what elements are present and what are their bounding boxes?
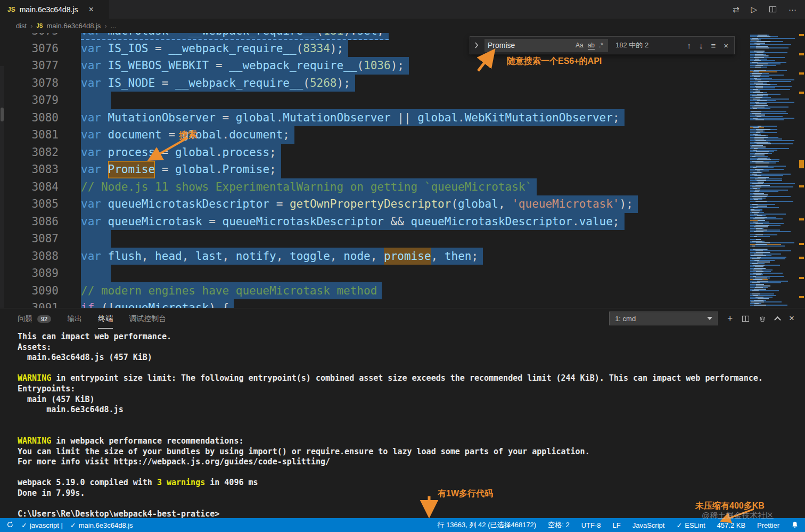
check-icon: ✓ bbox=[70, 521, 76, 529]
breadcrumb-more[interactable]: ... bbox=[110, 22, 116, 30]
code-line[interactable]: 3078var IS_NODE = __webpack_require__(52… bbox=[0, 75, 745, 92]
run-icon[interactable]: ▷ bbox=[751, 5, 757, 14]
tab-close-icon[interactable]: × bbox=[88, 5, 93, 14]
search-match-marker bbox=[799, 277, 804, 279]
maximize-panel-icon[interactable] bbox=[775, 315, 780, 322]
code-line[interactable]: 3090// modern engines have queueMicrotas… bbox=[0, 282, 745, 300]
check-icon: ✓ bbox=[676, 521, 682, 529]
code-line[interactable]: 3086var queueMicrotask = queueMicrotaskD… bbox=[0, 213, 745, 231]
line-number: 3076 bbox=[0, 40, 59, 58]
tab-debug-console[interactable]: 调试控制台 bbox=[129, 308, 166, 329]
search-match: promise bbox=[384, 248, 431, 265]
line-number: 3090 bbox=[0, 282, 59, 300]
previous-match-icon[interactable]: ↑ bbox=[687, 41, 691, 50]
breadcrumb-separator: › bbox=[30, 22, 32, 30]
line-number: 3085 bbox=[0, 195, 59, 213]
encoding[interactable]: UTF-8 bbox=[581, 521, 601, 529]
terminal-line: WARNING in webpack performance recommend… bbox=[18, 436, 784, 447]
file-size[interactable]: 457.2 KB bbox=[717, 521, 746, 529]
tab-label: main.6e3c64d8.js bbox=[20, 5, 78, 14]
status-bar: ✓javascript |✓main.6e3c64d8.js 行 13663, … bbox=[0, 518, 805, 532]
language-mode[interactable]: JavaScript bbox=[632, 521, 665, 529]
vscode-window: JS main.6e3c64d8.js × ⇄ ▷ ··· dist › JS … bbox=[0, 0, 805, 532]
tab-main-js[interactable]: JS main.6e3c64d8.js × bbox=[0, 0, 109, 19]
code-line[interactable]: 3080var MutationObserver = global.Mutati… bbox=[0, 109, 745, 127]
terminal-line: This can impact web performance. bbox=[18, 332, 784, 342]
split-editor-icon[interactable] bbox=[769, 5, 777, 13]
terminal-picker[interactable]: 1: cmd bbox=[609, 312, 718, 325]
editor-left-gutter-strip bbox=[0, 66, 4, 308]
search-match-marker bbox=[799, 160, 804, 168]
status-bar-left: ✓javascript |✓main.6e3c64d8.js bbox=[6, 521, 133, 530]
gutter-scroll-handle[interactable] bbox=[1, 108, 4, 121]
breadcrumb-file[interactable]: main.6e3c64d8.js bbox=[46, 22, 101, 30]
whole-word-toggle[interactable]: ab bbox=[586, 41, 596, 50]
eslint-status[interactable]: ✓ESLint bbox=[676, 521, 705, 529]
code-line[interactable]: 3082var process = global.process; bbox=[0, 144, 745, 161]
editor-tab-bar: JS main.6e3c64d8.js × ⇄ ▷ ··· bbox=[0, 0, 805, 19]
next-match-icon[interactable]: ↓ bbox=[699, 41, 703, 50]
match-case-toggle[interactable]: Aa bbox=[574, 41, 585, 50]
line-number: 3083 bbox=[0, 161, 59, 178]
selected-blank-line bbox=[81, 92, 111, 109]
cursor-position[interactable]: 行 13663, 列 42 (已选择468172) bbox=[437, 520, 536, 530]
overview-ruler[interactable] bbox=[799, 33, 805, 308]
code-line[interactable]: 3089 bbox=[0, 265, 745, 282]
line-number: 3078 bbox=[0, 75, 59, 92]
code-editor[interactable]: 3075var macrotask = __webpack_require__(… bbox=[0, 33, 805, 308]
find-query-text: Promise bbox=[488, 41, 573, 50]
tab-output[interactable]: 输出 bbox=[67, 308, 82, 329]
bottom-panel: 问题 92 输出 终端 调试控制台 1: cmd + × bbox=[0, 308, 805, 518]
code-line[interactable]: 3081var document = global.document; bbox=[0, 126, 745, 144]
problems-count-badge: 92 bbox=[37, 315, 51, 323]
line-number: 3080 bbox=[0, 109, 59, 127]
notifications[interactable] bbox=[791, 521, 799, 530]
regex-toggle[interactable]: .* bbox=[597, 41, 605, 50]
sync-icon bbox=[6, 521, 14, 530]
line-number: 3091 bbox=[0, 299, 59, 308]
kill-terminal-icon[interactable] bbox=[759, 315, 766, 323]
code-line[interactable]: 3083var Promise = global.Promise; bbox=[0, 161, 745, 178]
find-input[interactable]: Promise Aa ab .* bbox=[484, 39, 608, 52]
language-check[interactable]: ✓javascript | bbox=[21, 521, 63, 529]
code-line[interactable]: 3085var queueMicrotaskDescriptor = getOw… bbox=[0, 195, 745, 213]
toggle-replace-chevron-icon[interactable] bbox=[474, 42, 480, 48]
terminal-line bbox=[18, 425, 784, 436]
line-number: 3084 bbox=[0, 178, 59, 196]
file-check[interactable]: ✓main.6e3c64d8.js bbox=[70, 521, 133, 529]
terminal-line: You can limit the size of your bundles b… bbox=[18, 447, 784, 457]
sync-status[interactable] bbox=[6, 521, 14, 530]
check-icon: ✓ bbox=[21, 521, 27, 529]
prettier-status[interactable]: Prettier bbox=[757, 521, 779, 529]
code-line[interactable]: 3079 bbox=[0, 92, 745, 109]
panel-actions: 1: cmd + × bbox=[609, 312, 805, 325]
breadcrumb-folder[interactable]: dist bbox=[16, 22, 27, 30]
line-number: 3081 bbox=[0, 126, 59, 144]
code-line[interactable]: 3088var flush, head, last, notify, toggl… bbox=[0, 248, 745, 265]
editor-actions: ⇄ ▷ ··· bbox=[724, 0, 805, 19]
split-terminal-icon[interactable] bbox=[742, 315, 750, 323]
more-actions-icon[interactable]: ··· bbox=[788, 5, 796, 14]
bell-icon bbox=[791, 521, 799, 530]
find-actions: ↑ ↓ ≡ × bbox=[687, 41, 730, 50]
search-match-marker bbox=[799, 92, 804, 94]
compare-icon[interactable]: ⇄ bbox=[733, 5, 740, 14]
tab-problems[interactable]: 问题 92 bbox=[18, 308, 51, 329]
line-number: 3077 bbox=[0, 57, 59, 75]
tab-terminal[interactable]: 终端 bbox=[98, 308, 113, 329]
code-line[interactable]: 3077var IS_WEBOS_WEBKIT = __webpack_requ… bbox=[0, 57, 745, 75]
line-number: 3079 bbox=[0, 92, 59, 109]
find-in-selection-icon[interactable]: ≡ bbox=[711, 41, 716, 50]
new-terminal-icon[interactable]: + bbox=[727, 313, 733, 324]
terminal-line: webpack 5.19.0 compiled with 3 warnings … bbox=[18, 478, 784, 488]
code-line[interactable]: 3087 bbox=[0, 230, 745, 248]
minimap[interactable] bbox=[748, 33, 799, 308]
code-line[interactable]: 3084// Node.js 11 shows ExperimentalWarn… bbox=[0, 178, 745, 196]
breadcrumb-separator: › bbox=[104, 22, 106, 30]
close-find-icon[interactable]: × bbox=[724, 41, 728, 50]
close-panel-icon[interactable]: × bbox=[789, 313, 794, 324]
indentation[interactable]: 空格: 2 bbox=[548, 520, 569, 530]
terminal-output[interactable]: This can impact web performance.Assets: … bbox=[18, 332, 784, 518]
eol[interactable]: LF bbox=[613, 521, 621, 529]
code-line[interactable]: 3091if (!queueMicrotask) { bbox=[0, 299, 745, 308]
